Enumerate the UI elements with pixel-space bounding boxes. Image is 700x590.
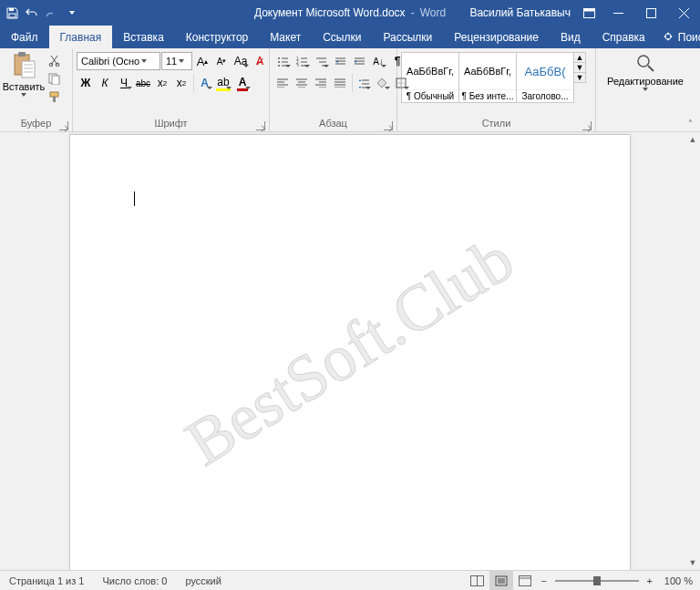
text-cursor: [134, 191, 135, 206]
subscript-button[interactable]: x2: [153, 74, 171, 92]
window-title: Документ Microsoft Word.docx - Word: [254, 6, 446, 19]
underline-button[interactable]: Ч: [115, 74, 133, 92]
redo-button[interactable]: [42, 0, 62, 26]
ribbon-tabs: Файл Главная Вставка Конструктор Макет С…: [0, 26, 700, 48]
font-launcher[interactable]: [256, 121, 265, 130]
zoom-slider[interactable]: [551, 571, 643, 591]
document-page[interactable]: [69, 134, 631, 574]
svg-point-69: [638, 56, 649, 67]
clipboard-launcher[interactable]: [59, 121, 68, 130]
copy-button[interactable]: [46, 70, 62, 87]
user-name[interactable]: Василий Батькавыч: [469, 6, 571, 19]
editing-label: Редактирование: [607, 76, 684, 87]
tab-insert[interactable]: Вставка: [112, 26, 175, 48]
tab-home[interactable]: Главная: [49, 26, 113, 48]
svg-rect-9: [667, 32, 669, 34]
tab-mailings[interactable]: Рассылки: [372, 26, 443, 48]
collapse-ribbon-button[interactable]: ˄: [684, 117, 696, 129]
tab-help[interactable]: Справка: [592, 26, 656, 48]
align-left-button[interactable]: [273, 74, 292, 92]
scroll-up-button[interactable]: ▲: [685, 132, 700, 147]
styles-scroll-down[interactable]: ▼: [574, 63, 585, 73]
view-read-mode[interactable]: [466, 571, 489, 591]
font-family-combo[interactable]: Calibri (Осно: [77, 52, 160, 70]
view-web-layout[interactable]: [513, 571, 537, 591]
shrink-font-button[interactable]: A▾: [212, 52, 231, 70]
font-color-button[interactable]: A: [233, 74, 252, 92]
tab-design[interactable]: Конструктор: [175, 26, 259, 48]
status-page[interactable]: Страница 1 из 1: [0, 575, 93, 586]
sort-button[interactable]: A↓: [369, 52, 387, 70]
scroll-down-button[interactable]: ▼: [685, 555, 700, 570]
svg-rect-1: [9, 14, 15, 17]
tab-review[interactable]: Рецензирование: [443, 26, 550, 48]
close-button[interactable]: [667, 0, 700, 26]
decrease-indent-button[interactable]: [331, 52, 349, 70]
highlight-button[interactable]: ab: [214, 74, 232, 92]
maximize-button[interactable]: [634, 0, 667, 26]
shading-button[interactable]: [373, 74, 391, 92]
align-right-button[interactable]: [312, 74, 330, 92]
styles-scroll-up[interactable]: ▲: [574, 53, 585, 63]
vertical-scrollbar[interactable]: ▲ ▼: [685, 132, 700, 570]
save-button[interactable]: [2, 0, 22, 26]
ribbon-display-options-button[interactable]: [576, 0, 602, 26]
zoom-in-button[interactable]: +: [643, 575, 657, 586]
text-effects-button[interactable]: A: [193, 74, 213, 92]
italic-button[interactable]: К: [96, 74, 114, 92]
group-font: Calibri (Осно 11 A▴ A▾ Aa A̷ Ж К Ч abc x…: [73, 48, 270, 131]
editing-button[interactable]: Редактирование: [600, 50, 691, 91]
styles-expand[interactable]: ▼: [574, 73, 585, 82]
tab-layout[interactable]: Макет: [259, 26, 312, 48]
line-spacing-button[interactable]: [352, 74, 372, 92]
superscript-button[interactable]: x2: [172, 74, 190, 92]
format-painter-button[interactable]: [46, 88, 62, 105]
change-case-button[interactable]: Aa: [232, 52, 250, 70]
view-print-layout[interactable]: [489, 571, 513, 591]
svg-point-28: [278, 61, 280, 63]
clipboard-icon: [12, 52, 36, 79]
bold-button[interactable]: Ж: [77, 74, 95, 92]
tab-view[interactable]: Вид: [550, 26, 592, 48]
qat-customize-button[interactable]: [62, 0, 82, 26]
group-clipboard-label: Буфер обмена: [4, 117, 68, 131]
status-language[interactable]: русский: [176, 575, 230, 586]
paragraph-launcher[interactable]: [384, 121, 393, 130]
bullets-button[interactable]: [273, 52, 292, 70]
styles-scroll: ▲ ▼ ▼: [573, 52, 586, 83]
svg-rect-15: [18, 52, 26, 57]
status-words[interactable]: Число слов: 0: [93, 575, 176, 586]
svg-rect-24: [50, 92, 58, 97]
group-clipboard: Вставить Буфер обмена: [0, 48, 73, 131]
paste-button[interactable]: Вставить: [4, 50, 44, 97]
multilevel-list-button[interactable]: [312, 52, 330, 70]
borders-button[interactable]: [392, 74, 410, 92]
align-center-button[interactable]: [293, 74, 311, 92]
styles-launcher[interactable]: [582, 121, 592, 130]
svg-text:3: 3: [296, 63, 299, 67]
svg-rect-11: [664, 36, 666, 37]
tab-references[interactable]: Ссылки: [312, 26, 372, 48]
svg-rect-25: [53, 97, 56, 102]
tab-file[interactable]: Файл: [0, 26, 49, 48]
zoom-level[interactable]: 100 %: [657, 575, 700, 586]
svg-line-70: [648, 66, 654, 71]
cut-button[interactable]: [46, 52, 62, 68]
style-heading1[interactable]: АаБбВ( Заголово...: [516, 52, 574, 103]
tell-me-search[interactable]: Поиск: [656, 26, 700, 48]
minimize-button[interactable]: [602, 0, 634, 26]
font-size-combo[interactable]: 11: [161, 52, 192, 70]
style-no-spacing[interactable]: АаБбВвГг, ¶ Без инте...: [458, 52, 517, 103]
svg-point-26: [278, 57, 280, 59]
undo-button[interactable]: [22, 0, 42, 26]
grow-font-button[interactable]: A▴: [193, 52, 211, 70]
zoom-out-button[interactable]: −: [537, 575, 551, 586]
show-marks-button[interactable]: ¶: [388, 52, 407, 70]
numbering-button[interactable]: 123: [293, 52, 311, 70]
strikethrough-button[interactable]: abc: [134, 74, 152, 92]
justify-button[interactable]: [331, 74, 349, 92]
svg-rect-3: [583, 8, 594, 11]
svg-rect-12: [670, 36, 672, 37]
clear-formatting-button[interactable]: A̷: [251, 52, 269, 70]
increase-indent-button[interactable]: [350, 52, 368, 70]
